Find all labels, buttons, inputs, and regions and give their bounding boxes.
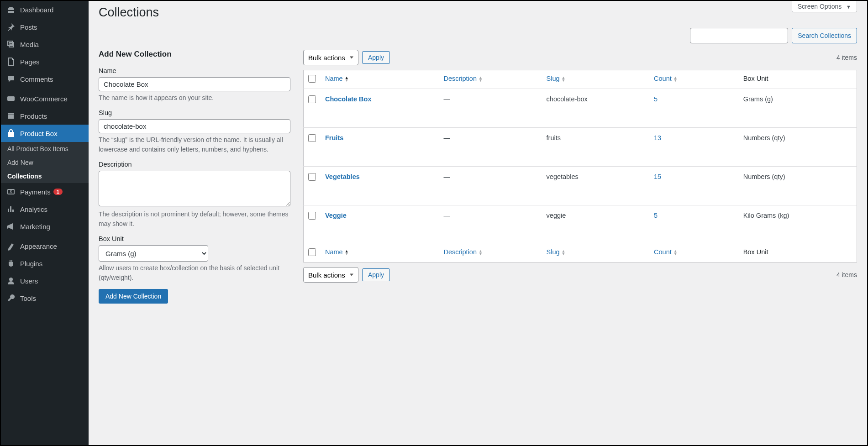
row-name-link[interactable]: Fruits — [325, 134, 343, 142]
admin-sidebar: DashboardPostsMediaPagesCommentsWooComme… — [1, 1, 89, 445]
sidebar-item-pages[interactable]: Pages — [1, 53, 89, 70]
bulk-actions-select-bottom[interactable]: Bulk actions — [303, 267, 358, 283]
row-name-link[interactable]: Vegetables — [325, 173, 360, 180]
name-help: The name is how it appears on your site. — [99, 93, 290, 103]
search-collections-button[interactable]: Search Collections — [792, 28, 857, 43]
apply-button-bottom[interactable]: Apply — [362, 268, 390, 281]
sidebar-item-label: Products — [20, 112, 47, 120]
sidebar-item-label: Analytics — [20, 205, 47, 213]
sidebar-item-label: Comments — [20, 75, 53, 83]
column-header-slug[interactable]: Slug▲▼ — [542, 244, 649, 262]
add-new-collection-button[interactable]: Add New Collection — [99, 289, 168, 304]
collections-table: Name▲▼Description▲▼Slug▲▼Count▲▼Box Unit… — [303, 70, 857, 262]
column-header-name[interactable]: Name▲▼ — [321, 244, 439, 262]
row-slug: fruits — [542, 128, 649, 167]
name-input[interactable] — [99, 77, 290, 91]
sidebar-item-label: Product Box — [20, 130, 58, 137]
sidebar-item-marketing[interactable]: Marketing — [1, 218, 89, 235]
users-icon — [6, 276, 16, 285]
column-header-description[interactable]: Description▲▼ — [439, 244, 542, 262]
row-checkbox[interactable] — [308, 134, 316, 142]
sort-icon: ▲▼ — [673, 250, 678, 255]
slug-help: The “slug” is the URL-friendly version o… — [99, 135, 290, 154]
bulk-actions-select-top[interactable]: Bulk actions — [303, 50, 358, 65]
sidebar-item-product-box[interactable]: Product Box — [1, 125, 89, 142]
apply-button-top[interactable]: Apply — [362, 51, 390, 64]
sidebar-item-label: Users — [20, 277, 38, 285]
archive-icon — [6, 111, 16, 121]
row-name-link[interactable]: Chocolate Box — [325, 95, 372, 103]
sidebar-item-tools[interactable]: Tools — [1, 289, 89, 307]
row-description: — — [439, 128, 542, 167]
sidebar-item-appearance[interactable]: Appearance — [1, 237, 89, 255]
table-row: Chocolate Box—chocolate-box5Grams (g) — [304, 89, 857, 128]
sort-icon: ▲▼ — [562, 76, 566, 82]
items-count-bottom: 4 items — [836, 271, 857, 278]
row-description: — — [439, 205, 542, 244]
row-slug: chocolate-box — [542, 89, 649, 128]
row-name-link[interactable]: Veggie — [325, 212, 347, 219]
description-textarea[interactable] — [99, 171, 290, 206]
row-count-link[interactable]: 5 — [654, 212, 658, 219]
column-header-count[interactable]: Count▲▼ — [649, 244, 739, 262]
column-header-boxunit: Box Unit — [739, 244, 857, 262]
row-count-link[interactable]: 13 — [654, 134, 661, 142]
sidebar-item-dashboard[interactable]: Dashboard — [1, 1, 89, 18]
column-header-name[interactable]: Name▲▼ — [321, 70, 439, 89]
appearance-icon — [6, 241, 16, 251]
payments-icon: $ — [6, 187, 16, 196]
svg-rect-1 — [7, 96, 15, 101]
svg-text:$: $ — [10, 189, 12, 194]
row-boxunit: Kilo Grams (kg) — [739, 205, 857, 244]
sidebar-sub-item-all-product-box-items[interactable]: All Product Box Items — [1, 142, 89, 156]
sidebar-sub-item-collections[interactable]: Collections — [1, 169, 89, 183]
sidebar-item-analytics[interactable]: Analytics — [1, 200, 89, 218]
svg-point-4 — [9, 278, 13, 281]
table-row: Vegetables—vegetables15Numbers (qty) — [304, 167, 857, 205]
sidebar-item-woocommerce[interactable]: WooCommerce — [1, 90, 89, 107]
sidebar-item-label: Posts — [20, 23, 37, 31]
row-count-link[interactable]: 15 — [654, 173, 661, 180]
column-header-count[interactable]: Count▲▼ — [649, 70, 739, 89]
sidebar-sub-item-add-new[interactable]: Add New — [1, 156, 89, 169]
row-checkbox[interactable] — [308, 95, 316, 103]
select-all-checkbox[interactable] — [308, 248, 316, 256]
row-count-link[interactable]: 5 — [654, 95, 658, 103]
sidebar-item-label: Tools — [20, 294, 36, 302]
sidebar-item-users[interactable]: Users — [1, 272, 89, 289]
comment-icon — [6, 74, 16, 84]
marketing-icon — [6, 222, 16, 231]
sidebar-item-label: Appearance — [20, 242, 57, 250]
screen-options-label: Screen Options — [798, 3, 842, 10]
sidebar-item-products[interactable]: Products — [1, 107, 89, 125]
column-header-slug[interactable]: Slug▲▼ — [542, 70, 649, 89]
sidebar-item-posts[interactable]: Posts — [1, 18, 89, 36]
table-row: Veggie—veggie5Kilo Grams (kg) — [304, 205, 857, 244]
analytics-icon — [6, 205, 16, 214]
sidebar-item-label: WooCommerce — [20, 95, 68, 103]
notification-badge: 1 — [53, 189, 63, 195]
sidebar-item-media[interactable]: Media — [1, 36, 89, 53]
slug-input[interactable] — [99, 119, 290, 133]
sidebar-item-plugins[interactable]: Plugins — [1, 255, 89, 272]
main-content: Screen Options ▼ Collections Search Coll… — [89, 1, 867, 445]
boxunit-select[interactable]: Grams (g) — [99, 245, 208, 262]
row-checkbox[interactable] — [308, 173, 316, 181]
row-description: — — [439, 167, 542, 205]
boxunit-label: Box Unit — [99, 235, 290, 242]
pages-icon — [6, 57, 16, 66]
sidebar-item-payments[interactable]: $Payments1 — [1, 183, 89, 200]
add-new-form: Add New Collection Name The name is how … — [99, 50, 290, 304]
search-input[interactable] — [690, 28, 788, 43]
row-boxunit: Numbers (qty) — [739, 128, 857, 167]
caret-down-icon: ▼ — [846, 4, 851, 10]
row-checkbox[interactable] — [308, 212, 316, 220]
select-all-checkbox[interactable] — [308, 75, 316, 83]
column-header-description[interactable]: Description▲▼ — [439, 70, 542, 89]
sidebar-item-label: Payments — [20, 188, 51, 196]
sort-icon: ▲▼ — [562, 250, 566, 255]
screen-options-toggle[interactable]: Screen Options ▼ — [792, 1, 857, 12]
sidebar-item-comments[interactable]: Comments — [1, 70, 89, 88]
sort-icon: ▲▼ — [673, 76, 678, 82]
media-icon — [6, 40, 16, 49]
